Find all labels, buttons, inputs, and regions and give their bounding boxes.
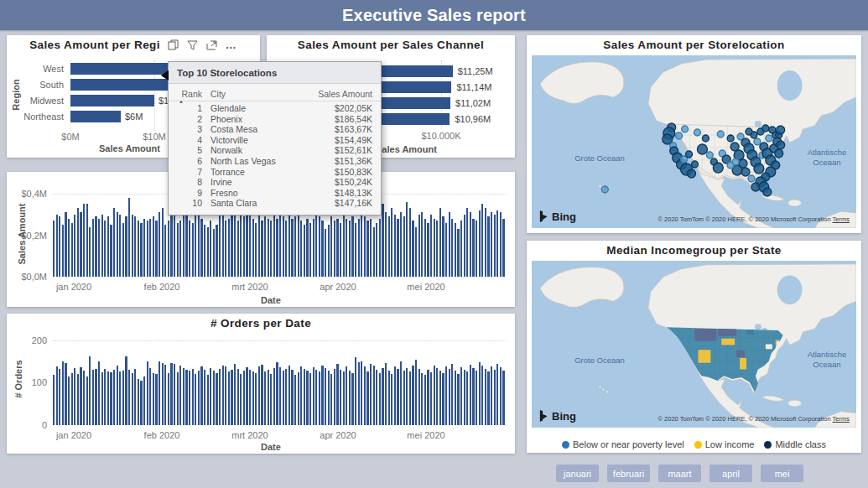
column-bar[interactable]	[406, 368, 408, 425]
column-bar[interactable]	[455, 371, 456, 425]
store-bubble[interactable]	[663, 134, 673, 144]
column-bar[interactable]	[476, 371, 477, 425]
column-bar[interactable]	[304, 225, 305, 277]
column-bar[interactable]	[138, 221, 139, 277]
column-bar[interactable]	[445, 223, 447, 277]
column-bar[interactable]	[258, 215, 260, 277]
column-bar[interactable]	[358, 219, 360, 277]
column-bar[interactable]	[117, 366, 118, 425]
column-bar[interactable]	[159, 361, 160, 425]
column-bar[interactable]	[442, 216, 444, 277]
column-bar[interactable]	[122, 223, 124, 277]
column-bar[interactable]	[325, 368, 326, 425]
column-bar[interactable]	[234, 364, 236, 425]
column-bar[interactable]	[328, 371, 330, 425]
region-bar-northeast[interactable]	[70, 111, 121, 122]
column-bar[interactable]	[228, 371, 230, 425]
column-bar[interactable]	[246, 367, 247, 425]
column-bar[interactable]	[346, 366, 347, 425]
column-bar[interactable]	[306, 219, 308, 277]
slicer-button-maart[interactable]: maart	[658, 465, 701, 482]
column-bar[interactable]	[397, 219, 398, 277]
column-bar[interactable]	[476, 221, 477, 277]
column-bar[interactable]	[216, 225, 217, 277]
column-bar[interactable]	[237, 369, 239, 425]
column-bar[interactable]	[252, 371, 254, 425]
column-bar[interactable]	[464, 215, 465, 277]
column-bar[interactable]	[147, 361, 148, 425]
column-bar[interactable]	[412, 221, 413, 277]
column-bar[interactable]	[496, 364, 498, 425]
column-bar[interactable]	[457, 374, 459, 425]
column-bar[interactable]	[207, 375, 209, 425]
column-bar[interactable]	[80, 212, 81, 277]
column-bar[interactable]	[268, 219, 269, 277]
column-bar[interactable]	[104, 369, 106, 425]
store-bubble[interactable]	[727, 135, 734, 142]
column-bar[interactable]	[264, 371, 266, 425]
column-bar[interactable]	[330, 374, 332, 425]
column-bar[interactable]	[321, 366, 323, 425]
column-bar[interactable]	[225, 221, 226, 277]
column-bar[interactable]	[83, 204, 85, 277]
column-bar[interactable]	[325, 229, 326, 277]
column-bar[interactable]	[62, 361, 64, 425]
column-bar[interactable]	[315, 215, 317, 277]
column-bar[interactable]	[225, 366, 226, 425]
column-bar[interactable]	[355, 357, 356, 425]
column-bar[interactable]	[183, 368, 185, 425]
column-bar[interactable]	[92, 370, 94, 425]
terms-link[interactable]: Terms	[833, 415, 850, 423]
column-bar[interactable]	[328, 225, 330, 277]
column-bar[interactable]	[162, 208, 164, 277]
column-bar[interactable]	[134, 369, 136, 425]
column-bar[interactable]	[132, 373, 133, 425]
column-bar[interactable]	[143, 219, 145, 277]
column-bar[interactable]	[101, 215, 103, 277]
column-bar[interactable]	[336, 364, 338, 425]
column-bar[interactable]	[451, 364, 453, 425]
column-bar[interactable]	[364, 366, 366, 425]
column-bar[interactable]	[210, 368, 211, 425]
column-bar[interactable]	[228, 219, 230, 277]
column-bar[interactable]	[198, 215, 200, 277]
column-bar[interactable]	[340, 370, 341, 425]
column-bar[interactable]	[418, 369, 420, 425]
store-bubble[interactable]	[748, 175, 755, 182]
column-bar[interactable]	[149, 368, 151, 425]
column-bar[interactable]	[164, 365, 166, 425]
store-bubble[interactable]	[763, 188, 772, 196]
column-bar[interactable]	[400, 212, 402, 277]
column-bar[interactable]	[388, 216, 390, 277]
column-bar[interactable]	[74, 215, 75, 277]
column-bar[interactable]	[195, 374, 196, 425]
column-bar[interactable]	[177, 223, 179, 277]
column-bar[interactable]	[192, 223, 194, 277]
column-bar[interactable]	[336, 219, 338, 277]
store-bubble[interactable]	[754, 138, 761, 145]
column-bar[interactable]	[487, 371, 489, 425]
column-bar[interactable]	[264, 216, 266, 277]
column-bar[interactable]	[487, 216, 489, 277]
column-bar[interactable]	[373, 227, 375, 277]
column-bar[interactable]	[240, 212, 242, 277]
store-bubble[interactable]	[766, 135, 772, 142]
column-bar[interactable]	[340, 223, 341, 277]
slicer-button-april[interactable]: april	[709, 465, 752, 482]
column-bar[interactable]	[288, 366, 290, 425]
column-bar[interactable]	[113, 208, 115, 277]
column-bar[interactable]	[403, 216, 405, 277]
column-bar[interactable]	[153, 373, 154, 425]
column-bar[interactable]	[373, 366, 375, 425]
column-bar[interactable]	[466, 208, 468, 277]
column-bar[interactable]	[56, 215, 58, 277]
column-bar[interactable]	[449, 212, 450, 277]
column-bar[interactable]	[77, 208, 79, 277]
column-bar[interactable]	[164, 225, 166, 277]
column-bar[interactable]	[261, 221, 262, 277]
column-bar[interactable]	[222, 366, 224, 425]
column-bar[interactable]	[415, 360, 417, 425]
column-bar[interactable]	[491, 366, 492, 425]
column-bar[interactable]	[313, 219, 314, 277]
column-bar[interactable]	[192, 369, 194, 425]
